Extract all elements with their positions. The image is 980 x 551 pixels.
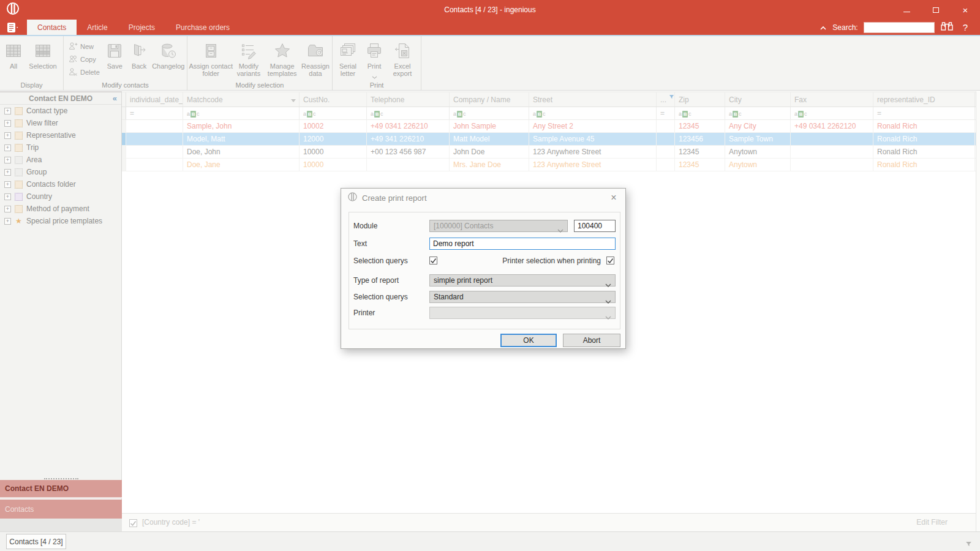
expand-icon[interactable]: + (4, 157, 11, 163)
sidebar-panel-contacts[interactable]: Contacts (0, 500, 122, 519)
table-cell[interactable] (657, 133, 675, 145)
filter-funnel-icon[interactable] (669, 93, 674, 102)
table-cell[interactable] (657, 159, 675, 171)
table-row[interactable]: Doe, John10000+00 123 456 987John Doe123… (122, 146, 976, 159)
table-cell[interactable] (126, 120, 183, 132)
table-cell[interactable]: Doe, Jane (183, 159, 300, 171)
vertical-scrollbar[interactable] (976, 91, 980, 531)
sidebar-item-group[interactable]: +Group (0, 166, 121, 178)
table-cell[interactable]: John Sample (450, 120, 529, 132)
minimize-button[interactable] (892, 0, 921, 20)
selection-querys-checkbox[interactable] (429, 257, 437, 264)
table-cell[interactable]: John Doe (450, 146, 529, 158)
expand-icon[interactable]: + (4, 181, 11, 188)
table-cell[interactable]: Any Street 2 (529, 120, 657, 132)
column-header-fax[interactable]: Fax (791, 92, 873, 107)
table-row[interactable]: Doe, Jane10000Mrs. Jane Doe123 Anywhere … (122, 159, 976, 171)
ribbon-button-new[interactable]: New (69, 41, 100, 52)
maximize-button[interactable] (921, 0, 951, 20)
sidebar-item-trip[interactable]: +Trip (0, 141, 121, 154)
column-header-street[interactable]: Street (529, 92, 657, 107)
table-cell[interactable]: Sample, John (183, 120, 300, 132)
ribbon-button-assign-contact-folder[interactable]: Assign contact folder (189, 40, 233, 77)
tab-purchase-orders[interactable]: Purchase orders (165, 20, 240, 35)
expand-icon[interactable]: + (4, 169, 11, 176)
abort-button[interactable]: Abort (563, 334, 620, 347)
table-cell[interactable]: Sample Town (725, 133, 791, 145)
table-cell[interactable] (126, 133, 183, 145)
ribbon-button-delete[interactable]: Delete (69, 67, 100, 78)
filter-cell-city[interactable]: aBc (725, 107, 791, 119)
table-cell[interactable] (657, 146, 675, 158)
filter-cell-individual-date-1[interactable]: = (126, 107, 183, 119)
table-cell[interactable] (126, 146, 183, 158)
selection-querys-dropdown[interactable]: Standard (429, 291, 616, 303)
ribbon-button-print[interactable]: Print (362, 40, 386, 81)
ribbon-button-excel-export[interactable]: Excel export (386, 40, 418, 77)
expand-icon[interactable]: + (4, 193, 11, 200)
table-cell[interactable] (657, 120, 675, 132)
ribbon-button-modify-variants[interactable]: Modify variants (233, 40, 264, 77)
expand-icon[interactable]: + (4, 108, 11, 114)
tab-contacts[interactable]: Contacts (27, 20, 77, 35)
module-number-input[interactable] (574, 220, 616, 232)
sidebar-item-area[interactable]: +Area (0, 154, 121, 166)
ribbon-button-reassign-data[interactable]: Reassign data (300, 40, 331, 77)
filter-checkbox[interactable] (129, 519, 137, 527)
table-cell[interactable] (367, 159, 450, 171)
table-cell[interactable]: +49 0341 226210 (367, 120, 450, 132)
sidebar-item-special-price-templates[interactable]: +★Special price templates (0, 215, 121, 227)
filter-cell-[interactable]: = (657, 107, 675, 119)
dialog-close-button[interactable]: × (608, 192, 620, 204)
table-row[interactable]: Model, Matt12000+49 341 226210Matt Model… (122, 133, 976, 146)
expand-icon[interactable]: + (4, 120, 11, 127)
sidebar-panel-contact-en-demo[interactable]: Contact EN DEMO (0, 480, 122, 498)
expand-icon[interactable]: + (4, 206, 11, 212)
table-cell[interactable] (126, 159, 183, 171)
table-cell[interactable] (791, 146, 873, 158)
filter-cell-street[interactable]: aBc (529, 107, 657, 119)
sidebar-item-country[interactable]: +Country (0, 190, 121, 203)
ok-button[interactable]: OK (500, 334, 557, 347)
table-cell[interactable]: 12345 (675, 120, 725, 132)
table-cell[interactable] (791, 133, 873, 145)
close-button[interactable]: × (951, 0, 980, 20)
column-header-representative-id[interactable]: representative_ID (873, 92, 975, 107)
table-cell[interactable]: +00 123 456 987 (367, 146, 450, 158)
expand-icon[interactable]: + (4, 144, 11, 151)
table-cell[interactable]: 10000 (300, 159, 367, 171)
table-cell[interactable]: 10000 (300, 146, 367, 158)
printer-selection-checkbox[interactable] (606, 257, 614, 264)
filter-cell-fax[interactable]: aBc (791, 107, 873, 119)
sidebar-item-view-filter[interactable]: +View filter (0, 117, 121, 129)
column-header-custno[interactable]: CustNo. (300, 92, 367, 107)
table-cell[interactable]: 10002 (300, 120, 367, 132)
table-cell[interactable]: 12345 (675, 159, 725, 171)
table-cell[interactable]: Mrs. Jane Doe (450, 159, 529, 171)
sidebar-item-contacts-folder[interactable]: +Contacts folder (0, 178, 121, 190)
ribbon-button-back[interactable]: Back (127, 40, 151, 70)
table-cell[interactable]: Any City (725, 120, 791, 132)
filter-cell-representative-id[interactable]: = (873, 107, 975, 119)
filter-cell-company-name[interactable]: aBc (450, 107, 529, 119)
table-cell[interactable]: Ronald Rich (873, 133, 975, 145)
table-cell[interactable]: 12000 (300, 133, 367, 145)
table-cell[interactable]: 123 Anywhere Street (529, 159, 657, 171)
expand-icon[interactable]: + (4, 218, 11, 225)
column-header-company-name[interactable]: Company / Name (450, 92, 529, 107)
column-header-[interactable]: ... (657, 92, 675, 107)
column-header-city[interactable]: City (725, 92, 791, 107)
printer-dropdown[interactable] (429, 307, 616, 319)
filter-cell-telephone[interactable]: aBc (367, 107, 450, 119)
ribbon-button-selection[interactable]: Selection (26, 40, 60, 70)
table-cell[interactable]: +49 341 226210 (367, 133, 450, 145)
table-cell[interactable]: Sample Avenue 45 (529, 133, 657, 145)
filter-cell-zip[interactable]: aBc (675, 107, 725, 119)
app-menu-button[interactable] (2, 20, 23, 35)
filter-cell-matchcode[interactable]: aBc (183, 107, 300, 119)
expand-icon[interactable]: + (4, 132, 11, 139)
tab-projects[interactable]: Projects (118, 20, 165, 35)
sidebar-item-representative[interactable]: +Representative (0, 129, 121, 141)
module-dropdown[interactable]: [100000] Contacts (429, 220, 568, 232)
sidebar-item-contact-type[interactable]: +Contact type (0, 105, 121, 117)
